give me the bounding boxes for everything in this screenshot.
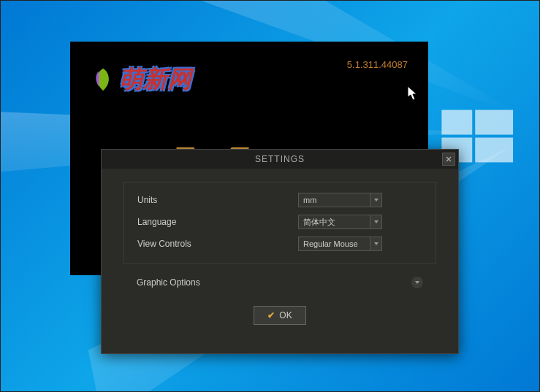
check-icon: ✔ [267,310,275,320]
language-value: 简体中文 [303,217,335,228]
svg-rect-0 [441,110,472,135]
chevron-down-icon [411,277,423,288]
units-value: mm [303,196,316,204]
units-label: Units [137,195,298,205]
chevron-down-icon [370,215,381,228]
view-controls-value: Regular Mouse [303,239,358,248]
cursor-icon [407,85,419,101]
version-text: 5.1.311.44087 [347,59,408,70]
chevron-down-icon [370,193,381,207]
dialog-title-bar: SETTINGS [102,150,458,169]
leaf-icon [89,66,117,93]
ok-label: OK [279,310,292,320]
view-controls-select[interactable]: Regular Mouse [298,237,382,251]
language-select[interactable]: 简体中文 [298,215,382,229]
language-label: Language [137,217,298,227]
settings-dialog: SETTINGS Units mm Language 简体中文 Vie [101,149,459,354]
svg-rect-3 [475,137,513,162]
close-icon [446,156,452,162]
chevron-down-icon [370,237,381,250]
close-button[interactable] [442,153,455,166]
dialog-title: SETTINGS [255,154,305,164]
watermark: 萌新网 [89,64,192,96]
svg-rect-1 [475,110,513,135]
settings-group: Units mm Language 简体中文 View Controls Reg… [123,182,436,264]
view-controls-label: View Controls [137,239,298,249]
graphic-options-expander[interactable]: Graphic Options [123,274,436,291]
watermark-text: 萌新网 [120,64,192,96]
graphic-options-label: Graphic Options [137,277,200,288]
units-select[interactable]: mm [298,193,382,207]
ok-button[interactable]: ✔ OK [254,306,305,325]
